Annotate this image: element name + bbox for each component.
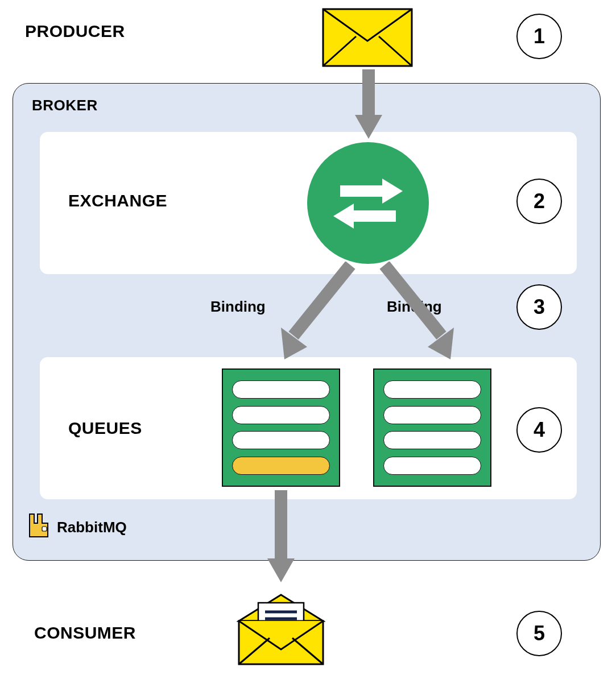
svg-marker-13 bbox=[355, 115, 382, 139]
svg-line-16 bbox=[385, 265, 441, 336]
queue-slot-active bbox=[232, 457, 330, 475]
svg-rect-3 bbox=[352, 210, 396, 222]
svg-rect-1 bbox=[340, 185, 385, 197]
svg-line-14 bbox=[293, 265, 350, 336]
queue-slot bbox=[383, 457, 481, 475]
step-badge-3: 3 bbox=[516, 284, 562, 330]
arrow-queue-to-consumer bbox=[265, 488, 297, 585]
label-binding-left: Binding bbox=[210, 298, 266, 316]
queue-slot bbox=[232, 406, 330, 424]
label-producer: PRODUCER bbox=[25, 22, 125, 41]
svg-marker-4 bbox=[333, 204, 354, 229]
queue-slot bbox=[383, 431, 481, 449]
step-badge-4: 4 bbox=[516, 407, 562, 453]
svg-marker-2 bbox=[382, 179, 403, 204]
arrow-exchange-to-queue-2 bbox=[373, 262, 464, 364]
svg-rect-5 bbox=[42, 527, 47, 531]
step-badge-2: 2 bbox=[516, 179, 562, 224]
exchange-icon bbox=[307, 142, 429, 264]
open-envelope-icon bbox=[237, 593, 325, 666]
queue-slot bbox=[232, 380, 330, 399]
step-badge-1: 1 bbox=[516, 14, 562, 59]
label-queues: QUEUES bbox=[68, 419, 142, 438]
queue-slot bbox=[383, 380, 481, 399]
step-badge-5: 5 bbox=[516, 611, 562, 656]
label-broker: BROKER bbox=[32, 97, 98, 114]
svg-marker-19 bbox=[267, 558, 295, 582]
envelope-icon bbox=[322, 8, 413, 67]
rabbitmq-icon bbox=[26, 513, 51, 538]
label-rabbitmq: RabbitMQ bbox=[57, 519, 127, 536]
arrow-exchange-to-queue-1 bbox=[271, 262, 362, 364]
label-consumer: CONSUMER bbox=[34, 623, 136, 643]
label-exchange: EXCHANGE bbox=[68, 191, 167, 210]
queue-slot bbox=[383, 406, 481, 424]
queue-slot bbox=[232, 431, 330, 449]
queue-icon-1 bbox=[222, 368, 340, 487]
queue-icon-2 bbox=[373, 368, 491, 487]
arrow-producer-to-exchange bbox=[353, 67, 385, 141]
